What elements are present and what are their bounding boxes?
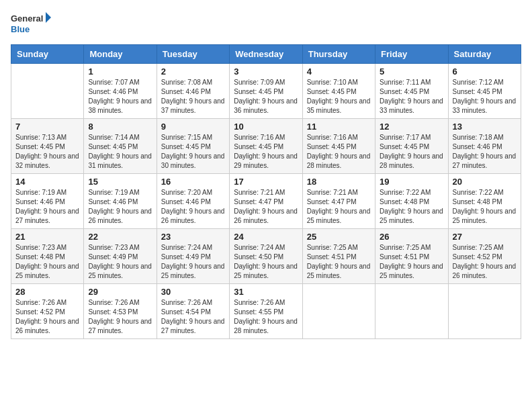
sunset-text: Sunset: 4:46 PM (88, 88, 138, 95)
day-number: 30 (161, 287, 225, 297)
day-number: 8 (88, 122, 152, 132)
sunrise-text: Sunrise: 7:24 AM (234, 244, 285, 251)
sunset-text: Sunset: 4:45 PM (234, 143, 283, 150)
daylight-text: Daylight: 9 hours and 26 minutes. (161, 208, 225, 224)
daylight-text: Daylight: 9 hours and 32 minutes. (15, 152, 79, 169)
sunrise-text: Sunrise: 7:09 AM (234, 79, 285, 86)
sunset-text: Sunset: 4:45 PM (161, 143, 211, 150)
daylight-text: Daylight: 9 hours and 27 minutes. (161, 318, 225, 334)
daylight-text: Daylight: 9 hours and 25 minutes. (380, 208, 443, 224)
sunrise-text: Sunrise: 7:15 AM (161, 134, 212, 141)
cell-content: Sunrise: 7:21 AM Sunset: 4:47 PM Dayligh… (234, 188, 298, 226)
sunrise-text: Sunrise: 7:19 AM (88, 189, 139, 196)
sunset-text: Sunset: 4:47 PM (234, 198, 283, 205)
day-number: 28 (15, 287, 79, 297)
calendar-cell: 22 Sunrise: 7:23 AM Sunset: 4:49 PM Dayl… (84, 229, 157, 284)
cell-content: Sunrise: 7:14 AM Sunset: 4:45 PM Dayligh… (88, 133, 152, 171)
calendar-cell (448, 284, 521, 339)
cell-content: Sunrise: 7:25 AM Sunset: 4:52 PM Dayligh… (453, 243, 517, 281)
day-number: 12 (380, 122, 443, 132)
cell-content: Sunrise: 7:19 AM Sunset: 4:46 PM Dayligh… (15, 188, 79, 226)
day-header-thursday: Thursday (302, 45, 375, 64)
daylight-text: Daylight: 9 hours and 33 minutes. (453, 97, 517, 114)
daylight-text: Daylight: 9 hours and 25 minutes. (307, 263, 371, 279)
day-number: 3 (234, 66, 298, 77)
sunrise-text: Sunrise: 7:25 AM (307, 244, 358, 251)
calendar-header-row: SundayMondayTuesdayWednesdayThursdayFrid… (11, 45, 521, 64)
cell-content: Sunrise: 7:23 AM Sunset: 4:48 PM Dayligh… (15, 243, 79, 281)
cell-content: Sunrise: 7:26 AM Sunset: 4:54 PM Dayligh… (161, 298, 225, 336)
sunset-text: Sunset: 4:48 PM (453, 198, 502, 205)
day-header-wednesday: Wednesday (230, 45, 302, 64)
daylight-text: Daylight: 9 hours and 28 minutes. (380, 152, 443, 169)
page-header: General Blue (11, 11, 521, 36)
day-header-saturday: Saturday (448, 45, 521, 64)
svg-marker-2 (46, 12, 51, 23)
logo-svg: General Blue (11, 11, 51, 36)
sunset-text: Sunset: 4:50 PM (234, 253, 283, 261)
daylight-text: Daylight: 9 hours and 28 minutes. (307, 152, 371, 169)
calendar-cell: 17 Sunrise: 7:21 AM Sunset: 4:47 PM Dayl… (230, 174, 302, 229)
calendar-cell: 29 Sunrise: 7:26 AM Sunset: 4:53 PM Dayl… (84, 284, 157, 339)
sunrise-text: Sunrise: 7:08 AM (161, 79, 212, 86)
sunset-text: Sunset: 4:55 PM (234, 308, 283, 316)
sunset-text: Sunset: 4:46 PM (15, 198, 65, 205)
day-number: 27 (453, 232, 517, 242)
calendar-cell (375, 284, 448, 339)
calendar-cell: 4 Sunrise: 7:10 AM Sunset: 4:45 PM Dayli… (302, 64, 375, 119)
sunrise-text: Sunrise: 7:16 AM (307, 134, 358, 141)
sunset-text: Sunset: 4:46 PM (161, 88, 211, 95)
week-row-2: 7 Sunrise: 7:13 AM Sunset: 4:45 PM Dayli… (11, 119, 521, 174)
calendar-cell (302, 284, 375, 339)
day-number: 9 (161, 122, 225, 132)
daylight-text: Daylight: 9 hours and 35 minutes. (307, 97, 371, 114)
cell-content: Sunrise: 7:16 AM Sunset: 4:45 PM Dayligh… (307, 133, 371, 171)
sunset-text: Sunset: 4:52 PM (453, 253, 502, 261)
sunset-text: Sunset: 4:46 PM (88, 198, 138, 205)
sunset-text: Sunset: 4:46 PM (453, 143, 502, 150)
day-number: 7 (15, 122, 79, 132)
sunrise-text: Sunrise: 7:14 AM (88, 134, 139, 141)
cell-content: Sunrise: 7:21 AM Sunset: 4:47 PM Dayligh… (307, 188, 371, 226)
cell-content: Sunrise: 7:25 AM Sunset: 4:51 PM Dayligh… (380, 243, 443, 281)
sunrise-text: Sunrise: 7:13 AM (15, 134, 66, 141)
daylight-text: Daylight: 9 hours and 25 minutes. (88, 263, 152, 279)
sunset-text: Sunset: 4:45 PM (453, 88, 502, 95)
sunrise-text: Sunrise: 7:26 AM (88, 299, 139, 306)
daylight-text: Daylight: 9 hours and 26 minutes. (234, 208, 298, 224)
calendar-cell: 1 Sunrise: 7:07 AM Sunset: 4:46 PM Dayli… (84, 64, 157, 119)
calendar-cell: 20 Sunrise: 7:22 AM Sunset: 4:48 PM Dayl… (448, 174, 521, 229)
logo: General Blue (11, 11, 51, 36)
sunrise-text: Sunrise: 7:26 AM (161, 299, 212, 306)
calendar-cell: 9 Sunrise: 7:15 AM Sunset: 4:45 PM Dayli… (157, 119, 229, 174)
calendar-cell (11, 64, 84, 119)
daylight-text: Daylight: 9 hours and 25 minutes. (15, 263, 79, 279)
cell-content: Sunrise: 7:20 AM Sunset: 4:46 PM Dayligh… (161, 188, 225, 226)
daylight-text: Daylight: 9 hours and 26 minutes. (15, 318, 79, 334)
day-number: 2 (161, 66, 225, 77)
sunrise-text: Sunrise: 7:10 AM (307, 79, 358, 86)
calendar-cell: 31 Sunrise: 7:26 AM Sunset: 4:55 PM Dayl… (230, 284, 302, 339)
cell-content: Sunrise: 7:26 AM Sunset: 4:53 PM Dayligh… (88, 298, 152, 336)
day-number: 21 (15, 232, 79, 242)
day-number: 29 (88, 287, 152, 297)
calendar-cell: 18 Sunrise: 7:21 AM Sunset: 4:47 PM Dayl… (302, 174, 375, 229)
cell-content: Sunrise: 7:26 AM Sunset: 4:55 PM Dayligh… (234, 298, 298, 336)
day-header-friday: Friday (375, 45, 448, 64)
sunrise-text: Sunrise: 7:26 AM (234, 299, 285, 306)
sunrise-text: Sunrise: 7:20 AM (161, 189, 212, 196)
sunset-text: Sunset: 4:49 PM (88, 253, 138, 261)
day-number: 13 (453, 122, 517, 132)
cell-content: Sunrise: 7:08 AM Sunset: 4:46 PM Dayligh… (161, 78, 225, 116)
calendar-cell: 16 Sunrise: 7:20 AM Sunset: 4:46 PM Dayl… (157, 174, 229, 229)
daylight-text: Daylight: 9 hours and 30 minutes. (161, 152, 225, 169)
day-number: 4 (307, 66, 371, 77)
day-header-monday: Monday (84, 45, 157, 64)
sunset-text: Sunset: 4:45 PM (380, 88, 429, 95)
calendar-cell: 30 Sunrise: 7:26 AM Sunset: 4:54 PM Dayl… (157, 284, 229, 339)
sunrise-text: Sunrise: 7:17 AM (380, 134, 431, 141)
sunrise-text: Sunrise: 7:25 AM (453, 244, 504, 251)
cell-content: Sunrise: 7:18 AM Sunset: 4:46 PM Dayligh… (453, 133, 517, 171)
week-row-4: 21 Sunrise: 7:23 AM Sunset: 4:48 PM Dayl… (11, 229, 521, 284)
sunset-text: Sunset: 4:46 PM (161, 198, 211, 205)
